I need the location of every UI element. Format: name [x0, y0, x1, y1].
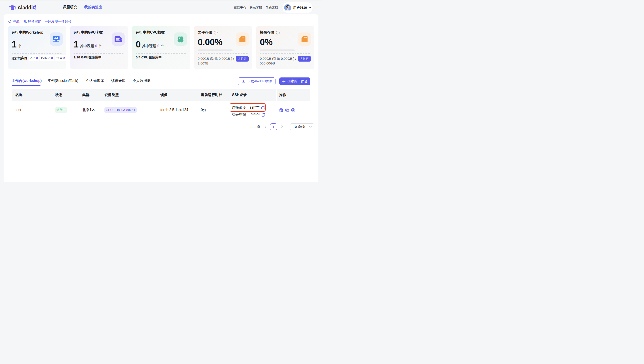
- svg-text:?: ?: [215, 31, 216, 34]
- svg-text:?: ?: [277, 31, 278, 34]
